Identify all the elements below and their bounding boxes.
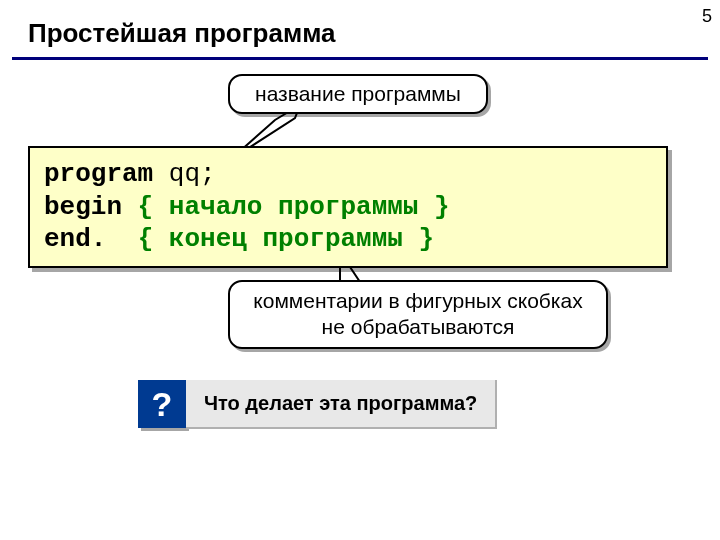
kw-begin: begin [44,192,122,222]
kw-program: program [44,159,153,189]
callout-program-name: название программы [228,74,488,114]
brace-open-1: { [122,192,169,222]
code-block: program qq; begin { начало программы } e… [28,146,668,268]
content-stage: название программы program qq; begin { н… [0,60,720,500]
brace-close-2: } [403,224,434,254]
comment-begin: начало программы [169,192,419,222]
question-badge: ? [138,380,186,428]
question-row: ? Что делает эта программа? [138,380,497,429]
page-title: Простейшая программа [0,0,720,57]
callout-bottom-line2: не обрабатываются [322,315,515,338]
code-line1-rest: qq; [153,159,215,189]
kw-end: end. [44,224,106,254]
callout-comments: комментарии в фигурных скобках не обраба… [228,280,608,349]
code-pad [106,224,137,254]
question-text: Что делает эта программа? [186,380,497,429]
callout-top-text: название программы [255,82,461,105]
page-number: 5 [702,6,712,27]
comment-end: конец программы [169,224,403,254]
brace-close-1: } [418,192,449,222]
brace-open-2: { [138,224,169,254]
callout-bottom-line1: комментарии в фигурных скобках [253,289,582,312]
